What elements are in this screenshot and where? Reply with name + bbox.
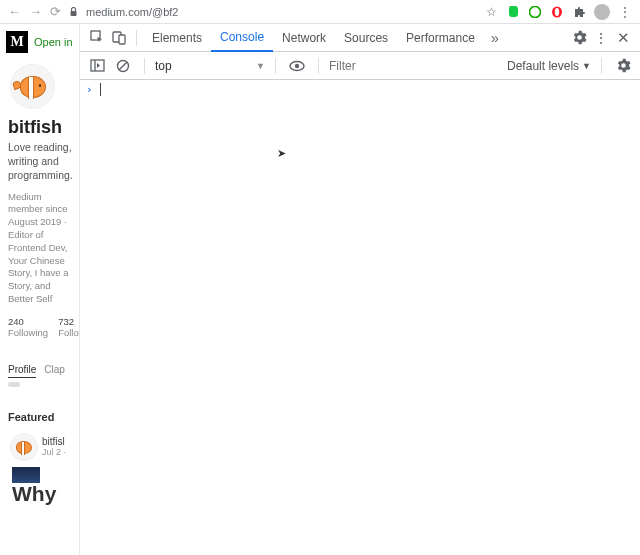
svg-rect-6 (119, 35, 125, 44)
forward-icon[interactable]: → (29, 4, 42, 19)
green-ext-icon[interactable] (528, 5, 542, 19)
svg-point-3 (555, 8, 559, 16)
featured-author-avatar-icon (10, 433, 38, 461)
tab-performance[interactable]: Performance (397, 24, 484, 52)
dropdown-icon: ▼ (582, 61, 591, 71)
tab-claps[interactable]: Clap (44, 364, 65, 378)
tab-profile[interactable]: Profile (8, 364, 36, 378)
reload-icon[interactable]: ⟳ (50, 4, 61, 19)
console-settings-icon[interactable] (612, 55, 634, 77)
chrome-menu-icon[interactable]: ⋮ (618, 5, 632, 19)
star-icon[interactable]: ☆ (484, 5, 498, 19)
sidebar-toggle-icon[interactable] (86, 55, 108, 77)
close-devtools-icon[interactable]: ✕ (612, 27, 634, 49)
devtools-tabs-bar: Elements Console Network Sources Perform… (80, 24, 640, 52)
medium-page: M Open in bitfish Love reading, writing … (0, 24, 80, 555)
console-prompt-icon: › (86, 83, 93, 96)
tab-indicator (8, 382, 20, 387)
svg-point-12 (295, 63, 299, 67)
console-body[interactable]: › (80, 80, 640, 555)
medium-logo-icon[interactable]: M (6, 31, 28, 53)
following-stat[interactable]: 240Following (8, 316, 48, 338)
lock-icon (69, 7, 78, 17)
dropdown-icon: ▼ (256, 61, 265, 71)
svg-rect-0 (71, 11, 77, 16)
more-tabs-icon[interactable]: » (484, 27, 506, 49)
text-caret (100, 83, 101, 96)
tab-console[interactable]: Console (211, 24, 273, 52)
devtools-panel: Elements Console Network Sources Perform… (80, 24, 640, 555)
console-toolbar: top ▼ Default levels ▼ (80, 52, 640, 80)
svg-point-1 (530, 6, 541, 17)
address-bar[interactable]: medium.com/@bf2 (86, 6, 476, 18)
featured-title[interactable]: Why (12, 483, 79, 504)
featured-heading: Featured (8, 411, 79, 423)
tab-sources[interactable]: Sources (335, 24, 397, 52)
profile-avatar-icon[interactable] (594, 4, 610, 20)
profile-name: bitfish (8, 117, 79, 138)
profile-meta: Medium member since August 2019 · Editor… (8, 191, 75, 306)
opera-ext-icon[interactable] (550, 5, 564, 19)
live-expression-icon[interactable] (286, 55, 308, 77)
inspect-element-icon[interactable] (86, 27, 108, 49)
featured-author: bitfisl (42, 436, 66, 447)
extensions-icon[interactable] (572, 5, 586, 19)
context-selector[interactable]: top ▼ (155, 59, 265, 73)
profile-bio: Love reading, writing and programming. (8, 140, 75, 183)
featured-item[interactable]: bitfisl Jul 2 · (10, 433, 79, 461)
svg-line-10 (119, 62, 127, 70)
browser-toolbar: ← → ⟳ medium.com/@bf2 ☆ ⋮ (0, 0, 640, 24)
open-in-app-link[interactable]: Open in (34, 36, 73, 48)
featured-date: Jul 2 · (42, 447, 66, 457)
evernote-ext-icon[interactable] (506, 5, 520, 19)
device-toggle-icon[interactable] (108, 27, 130, 49)
profile-stats: 240Following 732Follow (8, 316, 79, 338)
back-icon[interactable]: ← (8, 4, 21, 19)
tab-network[interactable]: Network (273, 24, 335, 52)
devtools-menu-icon[interactable]: ⋮ (590, 27, 612, 49)
tab-elements[interactable]: Elements (143, 24, 211, 52)
log-levels-selector[interactable]: Default levels ▼ (507, 59, 591, 73)
followers-stat[interactable]: 732Follow (58, 316, 80, 338)
filter-input[interactable] (329, 59, 429, 73)
clear-console-icon[interactable] (112, 55, 134, 77)
featured-image[interactable] (12, 467, 40, 483)
profile-avatar[interactable] (10, 64, 55, 109)
settings-icon[interactable] (568, 27, 590, 49)
